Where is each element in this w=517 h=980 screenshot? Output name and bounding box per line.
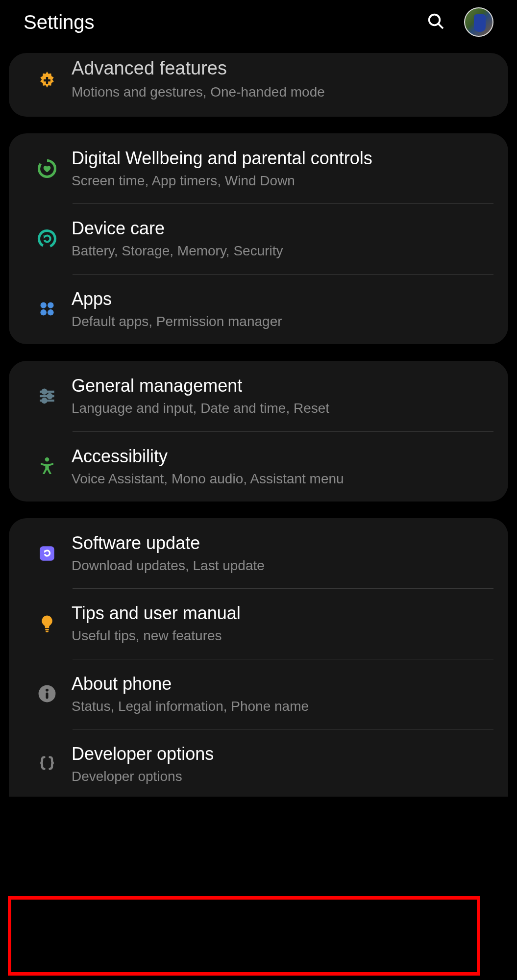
settings-item-general-management[interactable]: General management Language and input, D… (9, 361, 508, 431)
search-icon[interactable] (426, 11, 445, 33)
highlight-annotation (8, 896, 480, 976)
item-text: Tips and user manual Useful tips, new fe… (72, 602, 494, 645)
item-title: Digital Wellbeing and parental controls (72, 147, 485, 169)
svg-rect-18 (40, 546, 54, 560)
settings-item-advanced-features[interactable]: Advanced features Motions and gestures, … (9, 53, 508, 117)
four-dots-icon (23, 298, 72, 320)
svg-point-23 (46, 689, 49, 692)
settings-item-accessibility[interactable]: Accessibility Voice Assistant, Mono audi… (9, 431, 508, 502)
item-text: About phone Status, Legal information, P… (72, 673, 494, 715)
svg-point-5 (36, 228, 58, 250)
item-subtitle: Download updates, Last update (72, 557, 485, 575)
item-title: Developer options (72, 743, 485, 765)
item-subtitle: Language and input, Date and time, Reset (72, 400, 485, 417)
item-subtitle: Screen time, App timers, Wind Down (72, 172, 485, 190)
settings-item-digital-wellbeing[interactable]: Digital Wellbeing and parental controls … (9, 133, 508, 203)
settings-item-device-care[interactable]: Device care Battery, Storage, Memory, Se… (9, 203, 508, 274)
bulb-icon (23, 613, 72, 634)
item-text: Apps Default apps, Permission manager (72, 288, 494, 330)
settings-item-about-phone[interactable]: About phone Status, Legal information, P… (9, 659, 508, 729)
sliders-icon (23, 385, 72, 407)
svg-rect-20 (45, 629, 49, 630)
svg-rect-3 (44, 79, 50, 81)
settings-item-tips-manual[interactable]: Tips and user manual Useful tips, new fe… (9, 588, 508, 658)
item-subtitle: Voice Assistant, Mono audio, Assistant m… (72, 470, 485, 488)
refresh-ring-icon (23, 228, 72, 250)
svg-point-10 (48, 310, 53, 316)
item-text: Device care Battery, Storage, Memory, Se… (72, 217, 494, 260)
settings-group: General management Language and input, D… (9, 361, 508, 502)
item-title: Advanced features (72, 57, 485, 80)
item-title: Accessibility (72, 445, 485, 467)
gear-plus-icon (23, 70, 72, 91)
page-title: Settings (24, 11, 426, 33)
item-text: Digital Wellbeing and parental controls … (72, 147, 494, 190)
update-badge-icon (23, 543, 72, 564)
svg-point-7 (40, 302, 46, 308)
profile-avatar[interactable] (464, 7, 493, 37)
svg-point-9 (40, 310, 46, 316)
item-title: About phone (72, 673, 485, 695)
braces-icon (23, 754, 72, 775)
item-title: Apps (72, 288, 485, 310)
svg-line-1 (439, 24, 443, 28)
item-subtitle: Battery, Storage, Memory, Security (72, 242, 485, 260)
item-text: Accessibility Voice Assistant, Mono audi… (72, 445, 494, 488)
item-subtitle: Developer options (72, 768, 485, 785)
settings-group: Digital Wellbeing and parental controls … (9, 133, 508, 344)
settings-item-software-update[interactable]: Software update Download updates, Last u… (9, 518, 508, 588)
settings-list: Advanced features Motions and gestures, … (0, 53, 517, 797)
item-title: General management (72, 375, 485, 397)
svg-point-0 (429, 15, 440, 25)
settings-group: Advanced features Motions and gestures, … (9, 53, 508, 117)
svg-point-15 (48, 394, 51, 398)
item-title: Device care (72, 217, 485, 239)
header-actions (426, 7, 493, 37)
item-subtitle: Motions and gestures, One-handed mode (72, 83, 485, 101)
info-icon (23, 683, 72, 704)
settings-group: Software update Download updates, Last u… (9, 518, 508, 797)
item-text: Advanced features Motions and gestures, … (72, 60, 494, 101)
item-subtitle: Default apps, Permission manager (72, 313, 485, 330)
item-title: Tips and user manual (72, 602, 485, 624)
item-subtitle: Useful tips, new features (72, 627, 485, 645)
settings-item-apps[interactable]: Apps Default apps, Permission manager (9, 274, 508, 344)
svg-point-8 (48, 302, 53, 308)
svg-point-17 (45, 457, 49, 461)
item-subtitle: Status, Legal information, Phone name (72, 698, 485, 715)
svg-point-16 (42, 399, 46, 402)
svg-rect-21 (46, 631, 49, 632)
item-text: General management Language and input, D… (72, 375, 494, 417)
heart-ring-icon (23, 158, 72, 179)
app-header: Settings (0, 0, 517, 44)
item-text: Developer options Developer options (72, 743, 494, 785)
svg-rect-24 (46, 693, 48, 699)
settings-item-developer-options[interactable]: Developer options Developer options (9, 729, 508, 796)
item-title: Software update (72, 532, 485, 554)
svg-point-14 (42, 390, 46, 394)
person-icon (23, 455, 72, 477)
item-text: Software update Download updates, Last u… (72, 532, 494, 575)
